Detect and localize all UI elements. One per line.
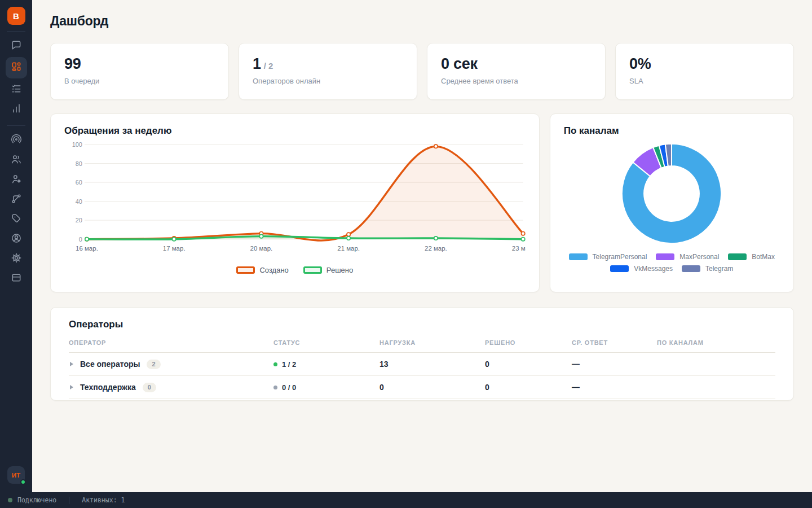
stat-cards: 99 В очереди 1/ 2 Операторов онлайн 0 се…	[50, 43, 794, 100]
sidebar-item-queue[interactable]	[6, 80, 27, 99]
legend-label: VkMessages	[634, 265, 673, 273]
legend-label: Telegram	[705, 265, 733, 273]
operator-name: Все операторы	[80, 360, 140, 369]
operators-card: Операторы ОПЕРАТОР СТАТУС НАГРУЗКА РЕШЕН…	[50, 307, 794, 401]
stat-value: 1	[253, 55, 261, 72]
legend-item[interactable]: Telegram	[682, 265, 733, 273]
sidebar-item-chats[interactable]	[6, 36, 27, 56]
svg-text:20: 20	[76, 217, 82, 224]
channels-chart-card: По каналам TelegramPersonalMaxPersonalBo…	[550, 113, 794, 292]
legend-swatch	[728, 253, 747, 260]
broadcast-icon	[11, 134, 22, 147]
online-status-dot	[20, 479, 26, 485]
user-circle-icon	[11, 233, 22, 246]
divider	[7, 31, 25, 32]
stat-card-sla: 0% SLA	[615, 43, 794, 100]
svg-text:80: 80	[76, 160, 82, 167]
stat-card-operators-online: 1/ 2 Операторов онлайн	[239, 43, 417, 100]
resolved-value: 0	[485, 360, 572, 369]
expand-caret-icon[interactable]	[70, 362, 73, 366]
status-value: 0 / 0	[282, 383, 296, 392]
line-chart[interactable]: 02040608010016 мар.17 мар.20 мар.21 мар.…	[64, 139, 526, 266]
operator-name: Техподдержка	[80, 383, 136, 392]
chart-title: Обращения за неделю	[64, 125, 526, 137]
svg-text:100: 100	[72, 141, 82, 148]
legend-item[interactable]: Решено	[303, 266, 353, 274]
svg-text:22 мар.: 22 мар.	[425, 245, 447, 252]
operator-count-badge: 2	[147, 360, 160, 369]
legend-label: MaxPersonal	[679, 253, 719, 261]
sidebar-item-tags[interactable]	[6, 209, 27, 229]
bot-user-icon	[11, 173, 22, 187]
sidebar-item-dashboard[interactable]	[6, 57, 27, 78]
active-sessions-label: Активных: 1	[82, 496, 125, 504]
legend-swatch	[656, 253, 674, 260]
divider	[69, 497, 69, 504]
svg-text:21 мар.: 21 мар.	[337, 245, 360, 252]
load-value: 13	[379, 360, 485, 369]
stat-value: 99	[64, 55, 81, 72]
status-dot	[273, 386, 277, 389]
expand-caret-icon[interactable]	[70, 385, 73, 389]
connection-status-dot	[8, 498, 12, 502]
legend-item[interactable]: MaxPersonal	[656, 253, 719, 261]
stat-value: 0 сек	[441, 55, 478, 72]
sidebar-item-operators[interactable]	[6, 150, 27, 170]
connection-status-label: Подключено	[17, 496, 56, 504]
legend-label: Создано	[259, 266, 288, 274]
column-header[interactable]: НАГРУЗКА	[379, 339, 485, 346]
gear-icon	[11, 252, 22, 266]
svg-text:20 мар.: 20 мар.	[250, 245, 273, 252]
sidebar-item-billing[interactable]	[6, 269, 27, 288]
table-row[interactable]: Техподдержка 0 0 / 0 0 0 —	[69, 376, 775, 399]
tag-icon	[11, 213, 22, 226]
svg-text:17 мар.: 17 мар.	[163, 245, 186, 252]
stat-card-avg-response: 0 сек Среднее время ответа	[427, 43, 606, 100]
sidebar-item-bots[interactable]	[6, 170, 27, 190]
sidebar-item-analytics[interactable]	[6, 99, 27, 119]
table-row[interactable]: Все операторы 2 1 / 2 13 0 —	[69, 353, 775, 376]
bar-chart-icon	[11, 103, 22, 116]
line-chart-legend: СозданоРешено	[64, 266, 526, 274]
sidebar-item-flows[interactable]	[6, 190, 27, 209]
page-title: Дашборд	[50, 14, 794, 29]
dashboard-icon	[11, 61, 22, 75]
legend-item[interactable]: VkMessages	[610, 265, 673, 273]
svg-text:0: 0	[79, 236, 82, 243]
divider	[7, 125, 25, 126]
branch-icon	[11, 193, 22, 207]
sidebar-item-channels[interactable]	[6, 130, 27, 150]
stat-value: 0%	[629, 55, 651, 72]
column-header[interactable]: СР. ОТВЕТ	[572, 339, 657, 346]
users-icon	[11, 154, 22, 167]
column-header[interactable]: ОПЕРАТОР	[69, 339, 273, 346]
user-avatar[interactable]: ИТ	[7, 466, 25, 484]
stat-card-queue: 99 В очереди	[50, 43, 229, 100]
stat-label: Операторов онлайн	[253, 77, 403, 85]
donut-chart[interactable]	[619, 141, 724, 246]
legend-item[interactable]: BotMax	[728, 253, 775, 261]
stat-label: SLA	[629, 77, 780, 85]
svg-text:23 мар.: 23 мар.	[512, 245, 526, 252]
legend-item[interactable]: Создано	[236, 266, 288, 274]
column-header[interactable]: СТАТУС	[273, 339, 379, 346]
legend-swatch	[610, 265, 629, 272]
donut-chart-legend: TelegramPersonalMaxPersonalBotMaxVkMessa…	[564, 253, 779, 273]
legend-label: BotMax	[752, 253, 775, 261]
svg-text:16 мар.: 16 мар.	[76, 245, 98, 252]
svg-text:40: 40	[76, 198, 82, 205]
legend-swatch	[682, 265, 700, 272]
column-header[interactable]: ПО КАНАЛАМ	[657, 339, 775, 346]
chart-title: По каналам	[564, 125, 780, 137]
sidebar-item-settings[interactable]	[6, 249, 27, 269]
column-header[interactable]: РЕШЕНО	[485, 339, 572, 346]
legend-item[interactable]: TelegramPersonal	[569, 253, 647, 261]
stat-suffix: / 2	[264, 61, 273, 71]
app-logo[interactable]: B	[7, 7, 25, 25]
legend-swatch	[569, 253, 588, 260]
table-header: ОПЕРАТОР СТАТУС НАГРУЗКА РЕШЕНО СР. ОТВЕ…	[69, 339, 775, 353]
status-bar: Подключено Активных: 1	[0, 492, 812, 508]
sidebar-item-clients[interactable]	[6, 229, 27, 249]
operators-title: Операторы	[69, 319, 775, 330]
operator-count-badge: 0	[143, 383, 156, 392]
